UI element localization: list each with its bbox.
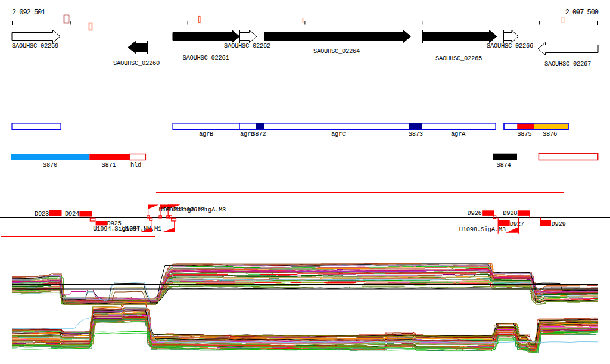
svg-text:agrA: agrA bbox=[451, 130, 466, 138]
svg-text:SAOUHSC_02266: SAOUHSC_02266 bbox=[487, 42, 533, 49]
svg-text:SAOUHSC_02265: SAOUHSC_02265 bbox=[435, 55, 482, 62]
svg-text:D9.M1: D9.M1 bbox=[163, 206, 181, 213]
svg-text:S873: S873 bbox=[409, 130, 423, 138]
svg-text:SAOUHSC_02259: SAOUHSC_02259 bbox=[12, 42, 58, 49]
svg-text:SAOUHSC_02264: SAOUHSC_02264 bbox=[313, 48, 360, 55]
svg-text:agrB: agrB bbox=[199, 130, 213, 138]
svg-text:S874: S874 bbox=[496, 161, 511, 169]
svg-text:S875: S875 bbox=[517, 130, 531, 138]
svg-text:S876: S876 bbox=[543, 130, 557, 138]
svg-text:D929: D929 bbox=[552, 220, 566, 228]
svg-text:SAOUHSC_02261: SAOUHSC_02261 bbox=[183, 54, 229, 61]
svg-text:hld: hld bbox=[130, 161, 141, 169]
svg-text:U1096.SigA.M3: U1096.SigA.M3 bbox=[179, 206, 226, 213]
svg-text:S870: S870 bbox=[43, 161, 57, 169]
svg-text:S872: S872 bbox=[251, 130, 266, 138]
svg-text:D927: D927 bbox=[510, 220, 524, 228]
svg-text:D923: D923 bbox=[35, 210, 49, 217]
svg-text:SAOUHSC_02262: SAOUHSC_02262 bbox=[224, 42, 270, 49]
svg-text:2 092 501: 2 092 501 bbox=[12, 8, 45, 17]
svg-text:D928: D928 bbox=[503, 210, 517, 217]
svg-text:D926: D926 bbox=[468, 210, 482, 217]
svg-text:D924: D924 bbox=[65, 210, 79, 217]
svg-text:U1098.SigA.M3: U1098.SigA.M3 bbox=[459, 226, 506, 233]
svg-text:2 097 500: 2 097 500 bbox=[565, 8, 599, 17]
svg-text:SAOUHSC_02260: SAOUHSC_02260 bbox=[113, 60, 160, 67]
svg-text:S871: S871 bbox=[101, 161, 116, 169]
svg-text:agrC: agrC bbox=[331, 130, 346, 138]
svg-text:SAOUHSC_02267: SAOUHSC_02267 bbox=[544, 60, 591, 67]
